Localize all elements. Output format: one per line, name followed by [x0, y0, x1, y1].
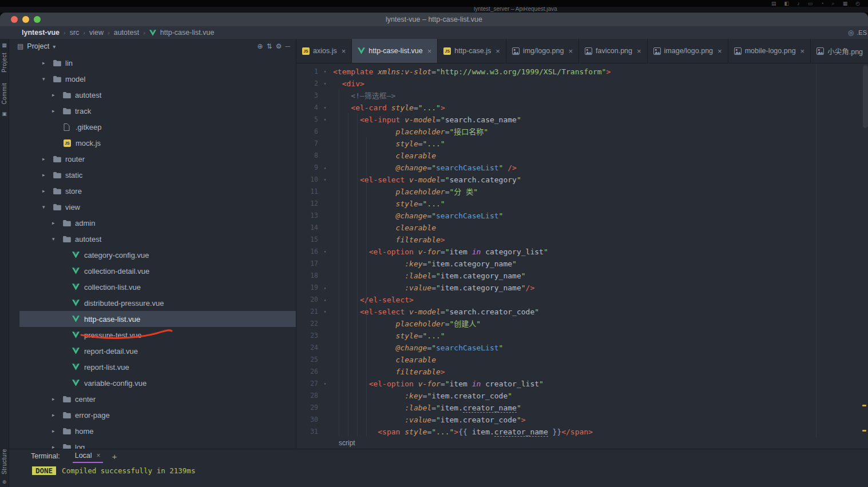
close-tab-icon[interactable]: ×: [637, 47, 641, 55]
close-icon[interactable]: ×: [97, 452, 101, 460]
tree-item-lin[interactable]: ▸lin: [19, 55, 296, 71]
chevron-right-icon[interactable]: ▸: [42, 156, 53, 162]
wifi-icon[interactable]: ◔: [821, 1, 823, 6]
chevron-down-icon[interactable]: ▾: [52, 236, 63, 242]
hide-panel-icon[interactable]: ─: [285, 42, 290, 50]
chevron-right-icon[interactable]: ▸: [52, 428, 63, 434]
tree-item-category-config.vue[interactable]: category-config.vue: [19, 247, 296, 263]
tree-item-error-page[interactable]: ▸error-page: [19, 407, 296, 423]
chevron-right-icon[interactable]: ▸: [52, 92, 63, 98]
breadcrumb-file[interactable]: http-case-list.vue: [160, 29, 214, 37]
bookmark-icon[interactable]: ▣: [2, 111, 7, 117]
tree-item-variable-config.vue[interactable]: variable-config.vue: [19, 375, 296, 391]
search-icon[interactable]: ⌕: [832, 1, 835, 6]
tree-item-store[interactable]: ▸store: [19, 183, 296, 199]
tab-http-case-list.vue[interactable]: http-case-list.vue×: [352, 39, 438, 63]
fold-end-icon[interactable]: ▴: [318, 282, 332, 294]
editor-scrollbar-thumb[interactable]: [863, 65, 868, 128]
tree-item-.gitkeep[interactable]: .gitkeep: [19, 119, 296, 135]
tab-mobile-logo.png[interactable]: mobile-logo.png×: [728, 39, 811, 63]
fold-collapse-icon[interactable]: ▾: [318, 114, 332, 126]
control-center-icon[interactable]: ▦: [843, 1, 848, 6]
close-button[interactable]: [11, 16, 18, 23]
fold-collapse-icon[interactable]: ▾: [318, 306, 332, 318]
clock-icon[interactable]: ◴: [855, 1, 860, 6]
globe-icon[interactable]: ⊛: [2, 479, 7, 485]
chevron-down-icon[interactable]: ▾: [42, 204, 53, 210]
tree-item-log[interactable]: ▸log: [19, 439, 296, 449]
tree-item-router[interactable]: ▸router: [19, 151, 296, 167]
fold-collapse-icon[interactable]: ▾: [318, 246, 332, 258]
chevron-right-icon[interactable]: ▸: [42, 188, 53, 194]
code-editor[interactable]: 1▾<template xmlns:v-slot="http://www.w3.…: [296, 63, 868, 437]
minimize-button[interactable]: [22, 16, 29, 23]
fold-collapse-icon[interactable]: ▾: [318, 174, 332, 186]
sound-icon[interactable]: ♪: [797, 1, 800, 6]
project-tool-icon[interactable]: ▦: [2, 42, 7, 48]
tree-item-model[interactable]: ▾model: [19, 71, 296, 87]
chevron-right-icon[interactable]: ▸: [52, 412, 63, 418]
tree-item-track[interactable]: ▸track: [19, 103, 296, 119]
battery-icon[interactable]: ▭: [808, 1, 813, 6]
tree-item-collection-list.vue[interactable]: collection-list.vue: [19, 279, 296, 295]
chevron-right-icon[interactable]: ▸: [52, 220, 63, 226]
tree-item-autotest[interactable]: ▾autotest: [19, 231, 296, 247]
display-icon[interactable]: ◧: [784, 1, 790, 6]
locate-file-icon[interactable]: ⊕: [257, 42, 263, 50]
tree-item-report-list.vue[interactable]: report-list.vue: [19, 359, 296, 375]
project-views-icon[interactable]: ▤: [17, 42, 23, 50]
chevron-right-icon[interactable]: ▸: [42, 172, 53, 178]
close-tab-icon[interactable]: ×: [800, 47, 805, 55]
keyboard-icon[interactable]: ▤: [771, 1, 776, 6]
chevron-right-icon[interactable]: ▸: [52, 396, 63, 402]
tree-item-http-case-list.vue[interactable]: http-case-list.vue: [19, 311, 296, 327]
chevron-down-icon[interactable]: ▾: [53, 43, 56, 50]
fold-collapse-icon[interactable]: ▾: [318, 78, 332, 90]
tree-item-mock.js[interactable]: JSmock.js: [19, 135, 296, 151]
close-tab-icon[interactable]: ×: [427, 47, 432, 55]
fold-collapse-icon[interactable]: ▾: [318, 378, 332, 390]
breadcrumb-project[interactable]: lyntest-vue: [22, 29, 60, 37]
tree-item-autotest[interactable]: ▸autotest: [19, 87, 296, 103]
close-tab-icon[interactable]: ×: [568, 47, 573, 55]
warning-stripe-mark[interactable]: [862, 405, 866, 406]
fold-end-icon[interactable]: ▴: [318, 162, 332, 174]
tab-http-case.js[interactable]: JShttp-case.js×: [438, 39, 506, 63]
tree-item-report-detail.vue[interactable]: report-detail.vue: [19, 343, 296, 359]
tree-item-static[interactable]: ▸static: [19, 167, 296, 183]
tool-button-structure[interactable]: Structure: [1, 449, 7, 474]
status-circle-icon[interactable]: ◎: [848, 29, 854, 37]
new-terminal-icon[interactable]: +: [112, 452, 117, 461]
close-tab-icon[interactable]: ×: [342, 47, 346, 55]
warning-stripe-mark[interactable]: [862, 430, 866, 432]
chevron-right-icon[interactable]: ▸: [52, 108, 63, 114]
tree-item-home[interactable]: ▸home: [19, 423, 296, 439]
breadcrumb-autotest[interactable]: autotest: [114, 29, 139, 37]
close-tab-icon[interactable]: ×: [718, 47, 722, 55]
tree-item-pressure-test.vue[interactable]: pressure-test.vue: [19, 327, 296, 343]
tree-item-distributed-pressure.vue[interactable]: distributed-pressure.vue: [19, 295, 296, 311]
fold-collapse-icon[interactable]: ▾: [318, 102, 332, 114]
expand-collapse-icon[interactable]: ⇅: [267, 42, 272, 50]
breadcrumb-view[interactable]: view: [89, 29, 104, 37]
close-tab-icon[interactable]: ×: [496, 47, 500, 55]
tree-item-admin[interactable]: ▸admin: [19, 215, 296, 231]
breadcrumb-src[interactable]: src: [70, 29, 80, 37]
tree-item-collection-detail.vue[interactable]: collection-detail.vue: [19, 263, 296, 279]
project-panel-title[interactable]: Project: [27, 42, 49, 50]
tree-item-center[interactable]: ▸center: [19, 391, 296, 407]
tab-image/logo.png[interactable]: image/logo.png×: [648, 39, 728, 63]
tab-小尖角.png[interactable]: 小尖角.png×: [811, 39, 868, 63]
editor-breadcrumb-script[interactable]: script: [339, 439, 355, 447]
tab-axios.js[interactable]: JSaxios.js×: [296, 39, 352, 63]
chevron-right-icon[interactable]: ▸: [42, 60, 53, 66]
zoom-button[interactable]: [34, 16, 41, 23]
fold-end-icon[interactable]: ▴: [318, 294, 332, 306]
tool-button-project[interactable]: Project: [1, 53, 7, 73]
tool-button-commit[interactable]: Commit: [1, 83, 7, 104]
chevron-down-icon[interactable]: ▾: [42, 76, 53, 82]
tab-favicon.png[interactable]: favicon.png×: [579, 39, 648, 63]
chevron-right-icon[interactable]: ▸: [52, 444, 63, 449]
fold-collapse-icon[interactable]: ▾: [318, 66, 332, 78]
tree-item-view[interactable]: ▾view: [19, 199, 296, 215]
